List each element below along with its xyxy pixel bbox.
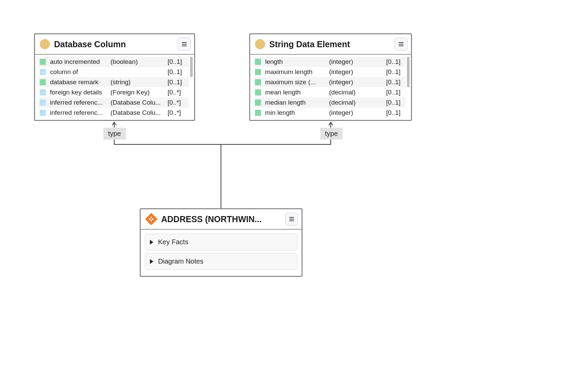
edge-label-left: type <box>103 128 126 140</box>
attribute-row[interactable]: column of[0..1] <box>38 67 189 77</box>
expand-triangle-icon <box>150 259 153 264</box>
attribute-name: foreign key details <box>50 89 110 96</box>
section-label: Key Facts <box>158 238 188 246</box>
node-database-column[interactable]: Database Column auto incremented(boolean… <box>34 33 195 121</box>
attribute-name: median length <box>265 99 329 106</box>
node-menu-button[interactable] <box>178 38 191 51</box>
attribute-square-icon <box>40 79 46 85</box>
attribute-cardinality: [0..1] <box>386 99 405 106</box>
attribute-name: maximum length <box>265 68 329 76</box>
attribute-row[interactable]: median length(decimal)[0..1] <box>254 97 406 108</box>
node-title: String Data Element <box>269 39 391 49</box>
attribute-type: (Foreign Key) <box>110 89 168 96</box>
relation-arrow-icon <box>40 110 46 116</box>
attribute-name: auto incremented <box>50 58 110 66</box>
attribute-row[interactable]: inferred referenc...(Database Colu...[0.… <box>38 108 189 118</box>
attribute-square-icon <box>255 69 261 75</box>
attribute-cardinality: [0..1] <box>386 58 405 66</box>
attribute-cardinality: [0..1] <box>168 68 186 76</box>
attribute-type: (integer) <box>329 78 386 86</box>
attribute-cardinality: [0..1] <box>386 78 405 86</box>
attribute-name: length <box>265 58 329 66</box>
attribute-row[interactable]: length(integer)[0..1] <box>254 57 406 67</box>
class-dot-icon <box>40 39 50 49</box>
attribute-type: (string) <box>110 78 168 86</box>
instance-diamond-icon <box>145 213 158 226</box>
attribute-type: (Database Colu... <box>110 109 168 117</box>
attribute-row[interactable]: auto incremented(boolean)[0..1] <box>38 57 189 67</box>
attribute-name: mean length <box>265 89 329 96</box>
class-dot-icon <box>255 39 265 49</box>
node-sections: Key Facts Diagram Notes <box>141 230 302 276</box>
attribute-type: (decimal) <box>329 89 386 96</box>
attribute-square-icon <box>255 79 261 85</box>
attribute-row[interactable]: maximum size (...(integer)[0..1] <box>254 77 406 87</box>
section-label: Diagram Notes <box>158 257 203 265</box>
node-address[interactable]: ADDRESS (NORTHWIN... Key Facts Diagram N… <box>140 208 303 277</box>
attribute-type: (integer) <box>329 68 386 76</box>
attribute-row[interactable]: database remark(string)[0..1] <box>38 77 189 87</box>
hamburger-icon <box>181 41 187 47</box>
relation-arrow-icon <box>40 100 46 106</box>
node-menu-button[interactable] <box>285 213 298 226</box>
attribute-cardinality: [0..*] <box>168 89 186 96</box>
attribute-cardinality: [0..1] <box>168 78 186 86</box>
attribute-type: (Database Colu... <box>110 99 168 106</box>
node-header: String Data Element <box>250 34 411 55</box>
node-title: ADDRESS (NORTHWIN... <box>161 214 281 224</box>
attribute-row[interactable]: maximum length(integer)[0..1] <box>254 67 406 77</box>
attribute-name: inferred referenc... <box>50 109 110 117</box>
section-diagram-notes[interactable]: Diagram Notes <box>145 253 297 270</box>
hamburger-icon <box>398 41 404 47</box>
attribute-row[interactable]: min length(integer)[0..1] <box>254 108 406 118</box>
attribute-type: (boolean) <box>110 58 168 66</box>
relation-arrow-icon <box>40 69 46 75</box>
attribute-name: maximum size (... <box>265 78 329 86</box>
attribute-name: min length <box>265 109 329 117</box>
attribute-cardinality: [0..1] <box>168 58 186 66</box>
node-title: Database Column <box>54 39 174 49</box>
attribute-square-icon <box>255 110 261 116</box>
expand-triangle-icon <box>150 240 153 245</box>
attribute-name: inferred referenc... <box>50 99 110 106</box>
attribute-type: (integer) <box>329 109 386 117</box>
scrollbar-thumb[interactable] <box>190 57 193 77</box>
attribute-row[interactable]: inferred referenc...(Database Colu...[0.… <box>38 97 189 108</box>
node-header: Database Column <box>35 34 194 55</box>
relation-arrow-icon <box>40 89 46 95</box>
attribute-cardinality: [0..*] <box>168 99 186 106</box>
attribute-cardinality: [0..1] <box>386 68 405 76</box>
node-body: length(integer)[0..1]maximum length(inte… <box>250 55 411 120</box>
attribute-row[interactable]: foreign key details(Foreign Key)[0..*] <box>38 87 189 97</box>
attribute-row[interactable]: mean length(decimal)[0..1] <box>254 87 406 97</box>
scrollbar-thumb[interactable] <box>407 57 410 87</box>
attribute-name: database remark <box>50 78 110 86</box>
edge-label-right: type <box>320 128 343 140</box>
hamburger-icon <box>289 216 295 222</box>
section-key-facts[interactable]: Key Facts <box>145 234 297 250</box>
attribute-type: (decimal) <box>329 99 386 106</box>
node-string-data-element[interactable]: String Data Element length(integer)[0..1… <box>249 33 412 121</box>
attribute-name: column of <box>50 68 110 76</box>
attribute-cardinality: [0..1] <box>386 109 405 117</box>
attribute-square-icon <box>255 59 261 65</box>
attribute-square-icon <box>255 100 261 106</box>
node-body: auto incremented(boolean)[0..1]column of… <box>35 55 194 120</box>
attribute-square-icon <box>255 89 261 95</box>
attribute-cardinality: [0..*] <box>168 109 186 117</box>
node-menu-button[interactable] <box>395 38 408 51</box>
attribute-type: (integer) <box>329 58 386 66</box>
attribute-square-icon <box>40 59 46 65</box>
attribute-cardinality: [0..1] <box>386 89 405 96</box>
node-header: ADDRESS (NORTHWIN... <box>141 209 302 230</box>
